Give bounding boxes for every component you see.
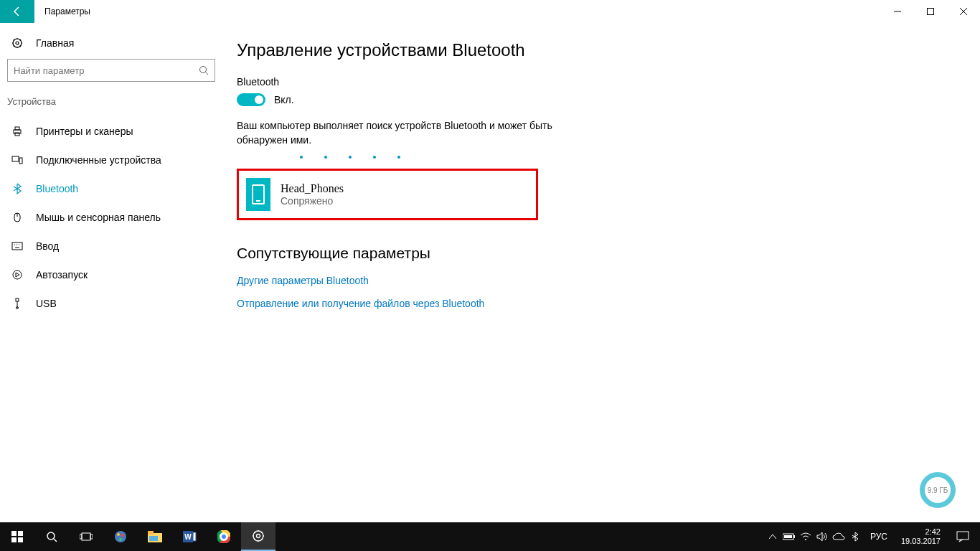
taskbar: W РУС 2:42 19.03.2017 [0,522,980,551]
svg-line-27 [54,539,57,542]
svg-text:W: W [184,533,192,541]
tray-chevron-icon[interactable] [765,522,780,551]
tray-volume-icon[interactable] [815,522,829,551]
svg-point-4 [200,67,207,73]
taskbar-app-chrome[interactable] [207,522,241,551]
svg-rect-25 [18,537,23,542]
svg-rect-28 [82,533,90,540]
close-button[interactable] [947,0,980,23]
svg-point-52 [805,539,806,540]
tray-battery-icon[interactable] [782,522,796,551]
svg-rect-7 [15,127,19,130]
nav-usb[interactable]: USB [0,289,222,318]
svg-rect-19 [16,298,19,301]
device-item[interactable]: Head_Phones Сопряжено [237,169,538,220]
search-input[interactable] [14,65,199,76]
svg-rect-29 [80,534,82,539]
svg-line-5 [206,72,209,75]
bluetooth-icon [11,183,23,194]
printer-icon [11,126,23,137]
nav-label: Ввод [36,240,59,252]
nav-connected-devices[interactable]: Подключенные устройства [0,146,222,174]
nav-printers[interactable]: Принтеры и сканеры [0,117,222,146]
usb-icon [11,298,23,309]
maximize-button[interactable] [914,0,947,23]
titlebar: Параметры [0,0,980,23]
tray-onedrive-icon[interactable] [831,522,846,551]
svg-rect-37 [149,536,158,541]
svg-point-32 [117,533,120,536]
back-button[interactable] [0,0,34,23]
search-status-text: Ваш компьютер выполняет поиск устройств … [237,119,552,147]
svg-rect-10 [19,158,22,164]
storage-overlay-text: 9.9 ГБ [928,486,948,494]
taskbar-app-paint[interactable] [103,522,138,551]
nav-label: Автозапуск [36,269,88,281]
nav-label: USB [36,298,57,309]
link-send-receive-files[interactable]: Отправление или получение файлов через B… [237,298,966,309]
device-phone-icon [246,178,270,211]
svg-point-34 [119,538,122,541]
nav-label: Подключенные устройства [36,154,161,166]
sidebar-section-label: Устройства [0,92,222,117]
mouse-icon [11,212,23,223]
svg-point-33 [121,534,124,537]
search-icon [199,65,209,75]
start-button[interactable] [0,522,34,551]
search-taskbar-button[interactable] [34,522,69,551]
svg-point-3 [16,42,19,44]
minimize-button[interactable] [881,0,914,23]
taskbar-app-settings[interactable] [241,522,275,551]
tray-wifi-icon[interactable] [798,522,813,551]
svg-rect-24 [11,537,17,542]
nav-mouse[interactable]: Мышь и сенсорная панель [0,203,222,232]
svg-point-26 [47,532,55,540]
keyboard-icon [11,242,23,250]
bluetooth-toggle[interactable] [237,93,265,106]
svg-rect-53 [957,532,969,540]
autoplay-icon [11,269,23,281]
nav-bluetooth[interactable]: Bluetooth [0,174,222,203]
storage-overlay-badge[interactable]: 9.9 ГБ [920,472,956,508]
search-input-wrap[interactable] [7,59,215,82]
taskbar-app-explorer[interactable] [138,522,172,551]
svg-rect-23 [18,531,23,536]
toggle-section-label: Bluetooth [237,76,966,88]
home-link[interactable]: Главная [0,30,222,56]
svg-point-18 [13,270,22,279]
svg-rect-30 [90,534,93,539]
action-center-button[interactable] [948,531,977,542]
devices-icon [11,154,23,166]
nav-label: Принтеры и сканеры [36,126,133,137]
svg-rect-9 [12,156,19,161]
toggle-state-label: Вкл. [274,94,294,105]
nav-label: Мышь и сенсорная панель [36,212,161,223]
svg-rect-50 [793,535,795,538]
language-indicator[interactable]: РУС [864,532,893,542]
device-name: Head_Phones [281,182,344,195]
nav-autoplay[interactable]: Автозапуск [0,260,222,289]
svg-rect-36 [148,531,154,534]
taskbar-date: 19.03.2017 [901,537,941,546]
window-title: Параметры [44,6,90,17]
svg-rect-51 [784,535,792,538]
taskbar-app-word[interactable]: W [172,522,207,551]
nav-label: Bluetooth [36,183,78,194]
tray-bluetooth-icon[interactable] [848,522,862,551]
svg-rect-22 [11,531,17,536]
gear-icon [11,37,23,49]
taskbar-clock[interactable]: 2:42 19.03.2017 [895,527,946,546]
home-label: Главная [36,37,74,49]
searching-indicator [237,151,966,163]
taskbar-time: 2:42 [901,527,941,537]
svg-point-48 [257,534,260,538]
link-more-bluetooth-options[interactable]: Другие параметры Bluetooth [237,275,966,286]
sidebar: Главная Устройства Принтеры и сканеры По… [0,23,222,522]
taskview-button[interactable] [69,522,103,551]
svg-rect-40 [193,532,196,541]
page-title: Управление устройствами Bluetooth [237,40,966,60]
related-settings-title: Сопутствующие параметры [237,245,966,262]
nav-typing[interactable]: Ввод [0,232,222,260]
svg-rect-1 [928,9,934,15]
device-status: Сопряжено [281,195,344,207]
